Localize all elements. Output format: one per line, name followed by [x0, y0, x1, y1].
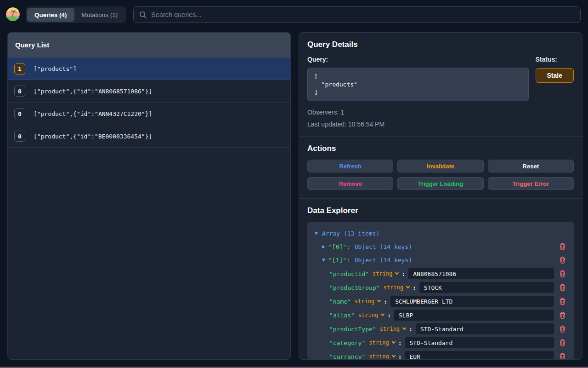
colon-separator: : [387, 312, 391, 319]
field-value-input[interactable] [394, 310, 554, 321]
field-type[interactable]: string [358, 312, 378, 318]
colon-separator: : [413, 284, 416, 291]
expand-triangle-icon[interactable]: ▶ [322, 244, 328, 249]
observer-count-badge: 1 [14, 63, 25, 75]
action-reset-button[interactable]: Reset [488, 160, 574, 172]
field-value-input[interactable] [405, 351, 554, 360]
action-trigger-loading-button[interactable]: Trigger Loading [397, 177, 483, 190]
tree-key: "[1]": [328, 257, 350, 264]
colon-separator: : [398, 353, 402, 360]
chevron-down-icon[interactable] [381, 312, 384, 316]
delete-icon[interactable] [559, 311, 566, 319]
collapse-triangle-icon[interactable]: ▼ [315, 231, 321, 236]
query-details-title: Query Details [307, 40, 574, 49]
tree-field-row: "name"string: [315, 296, 566, 307]
tree-field-row: "alias"string: [315, 310, 566, 321]
delete-icon[interactable] [559, 283, 566, 292]
data-explorer-section: Data Explorer ▼Array (13 items)▶"[0]": O… [299, 199, 582, 360]
field-value-input[interactable] [419, 282, 554, 293]
action-trigger-error-button[interactable]: Trigger Error [488, 177, 574, 190]
field-key: "productType" [329, 326, 376, 333]
tree-expander-row[interactable]: ▼"[1]": Object (14 keys) [315, 255, 566, 265]
colon-separator: : [409, 326, 413, 333]
tree-field-row: "productGroup"string: [315, 282, 566, 293]
observer-count-badge: 0 [14, 86, 25, 97]
delete-icon[interactable] [559, 297, 566, 305]
tree-field-row: "productId"string: [315, 268, 566, 279]
tree-node-label: Object (14 keys) [351, 257, 412, 264]
tree-expander-row[interactable]: ▼Array (13 items) [315, 228, 566, 238]
field-type[interactable]: string [380, 326, 400, 332]
field-type[interactable]: string [384, 284, 403, 291]
query-details-panel: Query Details Query: [ "products" ] Stat… [299, 32, 582, 360]
search-icon [139, 11, 147, 19]
actions-title: Actions [307, 144, 574, 153]
chevron-down-icon[interactable] [377, 299, 381, 302]
field-type[interactable]: string [355, 298, 374, 305]
observers-count: Observers: 1 [307, 109, 574, 116]
observer-count-badge: 0 [14, 108, 25, 119]
query-row[interactable]: 0["product",{"id":"AN8068571086"}] [8, 80, 290, 103]
chevron-down-icon[interactable] [402, 326, 406, 330]
delete-icon[interactable] [559, 325, 566, 333]
query-key: ["products"] [34, 65, 77, 72]
query-list-title: Query List [8, 33, 290, 58]
colon-separator: : [401, 270, 405, 277]
chevron-down-icon[interactable] [395, 271, 399, 275]
actions-grid: RefreshInvalidateResetRemoveTrigger Load… [307, 160, 574, 190]
tree-key: "[0]": [328, 243, 350, 250]
field-key: "currency" [329, 353, 365, 360]
field-value-input[interactable] [408, 268, 554, 279]
delete-icon[interactable] [559, 352, 566, 360]
tree-expander-row[interactable]: ▶"[0]": Object (14 keys) [315, 242, 566, 252]
tree-field-row: "category"string: [315, 337, 566, 348]
query-row[interactable]: 0["product",{"id":"BE0000336454"}] [8, 125, 290, 148]
query-label: Query: [307, 56, 529, 63]
chevron-down-icon[interactable] [391, 340, 395, 344]
field-key: "alias" [329, 312, 355, 319]
query-key: ["product",{"id":"AN8068571086"}] [34, 88, 152, 95]
last-updated: Last updated: 10:56:54 PM [307, 121, 574, 128]
search-input[interactable] [151, 11, 575, 18]
colon-separator: : [398, 339, 402, 346]
chevron-down-icon[interactable] [391, 354, 395, 357]
query-row[interactable]: 1["products"] [8, 58, 290, 80]
delete-icon[interactable] [559, 339, 566, 347]
delete-icon[interactable] [559, 242, 566, 251]
action-remove-button[interactable]: Remove [307, 177, 393, 190]
data-explorer-title: Data Explorer [307, 206, 574, 215]
search-box [133, 6, 581, 23]
observer-count-badge: 0 [14, 131, 25, 142]
field-value-input[interactable] [405, 337, 554, 348]
data-explorer-tree: ▼Array (13 items)▶"[0]": Object (14 keys… [307, 222, 574, 360]
field-type[interactable]: string [373, 270, 392, 277]
action-refresh-button[interactable]: Refresh [307, 160, 393, 172]
field-value-input[interactable] [416, 323, 554, 334]
query-list: 1["products"]0["product",{"id":"AN806857… [8, 58, 290, 148]
tab-queries[interactable]: Queries (4) [27, 8, 74, 22]
tree-field-row: "currency"string: [315, 351, 566, 360]
collapse-triangle-icon[interactable]: ▼ [322, 258, 328, 262]
top-bar: Queries (4) Mutations (1) [0, 0, 588, 29]
field-key: "productGroup" [329, 284, 380, 291]
field-value-input[interactable] [390, 296, 554, 307]
tree-field-row: "productType"string: [315, 323, 566, 334]
tab-mutations[interactable]: Mutations (1) [74, 8, 125, 22]
tanstack-logo-icon [6, 7, 20, 21]
chevron-down-icon[interactable] [406, 285, 410, 288]
action-invalidate-button[interactable]: Invalidate [397, 160, 483, 172]
colon-separator: : [384, 298, 387, 305]
tree-node-label: Array (13 items) [322, 230, 379, 237]
field-key: "category" [329, 339, 365, 346]
status-badge: Stale [536, 68, 574, 83]
status-label: Status: [536, 56, 557, 63]
field-type[interactable]: string [369, 353, 389, 360]
delete-icon[interactable] [559, 256, 566, 264]
field-key: "name" [329, 298, 351, 305]
delete-icon[interactable] [559, 270, 566, 278]
field-type[interactable]: string [369, 339, 389, 346]
tree-node-label: Object (14 keys) [351, 243, 412, 250]
query-list-panel: Query List 1["products"]0["product",{"id… [7, 32, 291, 360]
query-key: ["product",{"id":"ANN4327C1220"}] [34, 110, 152, 117]
query-row[interactable]: 0["product",{"id":"ANN4327C1220"}] [8, 103, 290, 125]
